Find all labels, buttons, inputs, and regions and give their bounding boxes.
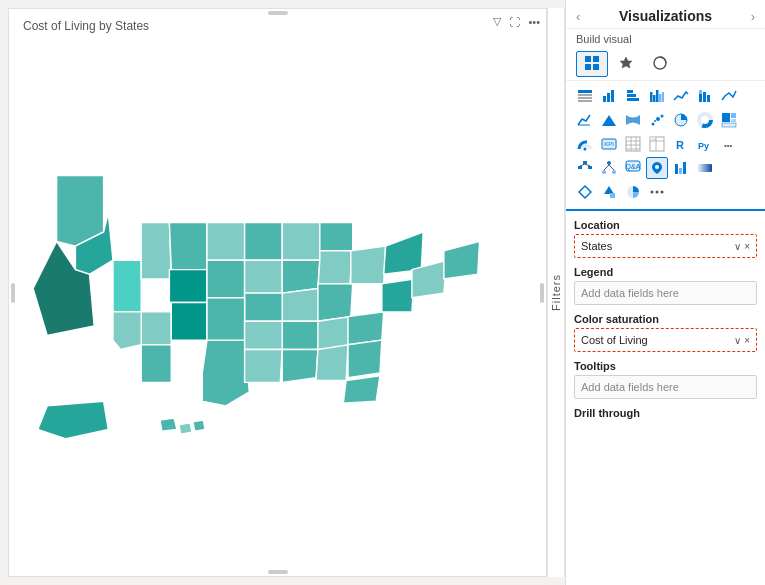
svg-rect-108 [675, 164, 678, 174]
field-location-zone[interactable]: States ∨ × [574, 234, 757, 258]
svg-marker-20 [282, 288, 320, 321]
svg-line-98 [580, 164, 585, 166]
tab-format[interactable] [610, 51, 642, 77]
svg-point-70 [661, 115, 664, 118]
field-legend-zone[interactable]: Add data fields here [574, 281, 757, 305]
more-icon[interactable]: ••• [526, 14, 542, 30]
svg-rect-57 [650, 92, 653, 102]
svg-text:Q&A: Q&A [626, 163, 641, 171]
field-location-remove[interactable]: × [744, 241, 750, 252]
viz-icon-python[interactable]: Py [694, 133, 716, 155]
svg-rect-65 [707, 95, 710, 102]
field-color-saturation-value: Cost of Living [581, 334, 648, 346]
field-location-value: States [581, 240, 612, 252]
svg-marker-8 [169, 270, 207, 303]
field-tooltips-zone[interactable]: Add data fields here [574, 375, 757, 399]
filter-icon[interactable]: ▽ [491, 13, 503, 30]
viz-tabs [566, 48, 765, 81]
resize-handle-bottom[interactable] [268, 570, 288, 574]
viz-icon-table[interactable] [574, 85, 596, 107]
viz-icon-colormap[interactable] [694, 157, 716, 179]
svg-marker-112 [579, 186, 591, 198]
svg-marker-40 [179, 423, 192, 434]
map-panel: Cost of Living by States ▽ ⛶ ••• [8, 8, 547, 577]
viz-icon-treemap[interactable] [718, 109, 740, 131]
viz-icon-area2[interactable] [574, 109, 596, 131]
field-color-saturation-chevron[interactable]: ∨ [734, 335, 741, 346]
svg-rect-49 [578, 97, 592, 99]
viz-icon-r-visual[interactable]: R [670, 133, 692, 155]
field-color-saturation-remove[interactable]: × [744, 335, 750, 346]
tab-analytics[interactable] [644, 51, 676, 77]
viz-icon-hbar[interactable] [622, 85, 644, 107]
svg-marker-24 [351, 246, 386, 284]
viz-icon-bar3[interactable] [670, 157, 692, 179]
viz-icon-qa[interactable]: Q&A [622, 157, 644, 179]
expand-icon[interactable]: ⛶ [507, 14, 522, 30]
svg-rect-55 [627, 94, 636, 97]
viz-icon-mountain[interactable] [598, 109, 620, 131]
viz-icon-area[interactable] [670, 85, 692, 107]
viz-icon-map[interactable] [646, 157, 668, 179]
svg-marker-67 [602, 115, 616, 126]
viz-icon-stacked[interactable] [694, 85, 716, 107]
viz-icon-diamond[interactable] [574, 181, 596, 203]
svg-rect-114 [610, 193, 615, 198]
svg-rect-43 [593, 56, 599, 62]
viz-icon-table2[interactable] [622, 133, 644, 155]
svg-marker-10 [245, 260, 283, 293]
field-location-chevron[interactable]: ∨ [734, 241, 741, 252]
svg-point-79 [584, 148, 587, 151]
resize-handle-top[interactable] [268, 11, 288, 15]
svg-marker-37 [343, 376, 380, 403]
resize-handle-left[interactable] [11, 283, 15, 303]
viz-icon-scatter[interactable] [646, 109, 668, 131]
map-container [19, 39, 536, 566]
viz-icon-line[interactable] [718, 85, 740, 107]
svg-rect-75 [722, 113, 730, 122]
svg-rect-51 [603, 96, 606, 102]
viz-icon-gauge[interactable] [574, 133, 596, 155]
field-color-saturation-zone[interactable]: Cost of Living ∨ × [574, 328, 757, 352]
svg-rect-62 [699, 94, 702, 102]
svg-point-71 [654, 120, 656, 122]
svg-rect-110 [683, 162, 686, 174]
filters-bar[interactable]: Filters [547, 8, 565, 577]
viz-icon-bar[interactable] [598, 85, 620, 107]
svg-marker-36 [348, 340, 382, 378]
field-group-tooltips: Tooltips Add data fields here [574, 356, 757, 399]
svg-rect-97 [588, 166, 592, 169]
filters-label: Filters [550, 274, 562, 311]
svg-rect-44 [585, 64, 591, 70]
svg-rect-96 [578, 166, 582, 169]
svg-marker-27 [245, 321, 283, 349]
svg-text:•••: ••• [724, 141, 733, 150]
svg-text:R: R [676, 139, 684, 151]
viz-icon-pie2[interactable] [622, 181, 644, 203]
svg-rect-54 [627, 90, 633, 93]
viz-icon-bar2[interactable] [646, 85, 668, 107]
tab-build[interactable] [576, 51, 608, 77]
viz-icon-more3[interactable] [646, 181, 668, 203]
viz-icon-decomp2[interactable] [598, 157, 620, 179]
field-group-legend-label: Legend [574, 262, 757, 278]
viz-icon-matrix[interactable] [646, 133, 668, 155]
viz-icon-ribbon[interactable] [622, 109, 644, 131]
svg-rect-47 [578, 90, 592, 93]
svg-marker-17 [320, 223, 353, 251]
field-group-color-saturation: Color saturation Cost of Living ∨ × [574, 309, 757, 352]
resize-handle-right[interactable] [540, 283, 544, 303]
viz-icons-grid: KPI R Py ••• Q&A [566, 81, 765, 211]
svg-marker-15 [202, 340, 249, 406]
viz-icon-pie[interactable] [670, 109, 692, 131]
viz-nav-back[interactable]: ‹ [576, 9, 580, 24]
svg-marker-22 [207, 298, 245, 340]
viz-icon-shapes[interactable] [598, 181, 620, 203]
viz-icon-more2[interactable]: ••• [718, 133, 740, 155]
svg-marker-23 [318, 284, 353, 322]
svg-rect-63 [699, 90, 702, 94]
viz-icon-donut[interactable] [694, 109, 716, 131]
viz-nav-forward[interactable]: › [751, 9, 755, 24]
viz-icon-decomp[interactable] [574, 157, 596, 179]
viz-icon-card[interactable]: KPI [598, 133, 620, 155]
